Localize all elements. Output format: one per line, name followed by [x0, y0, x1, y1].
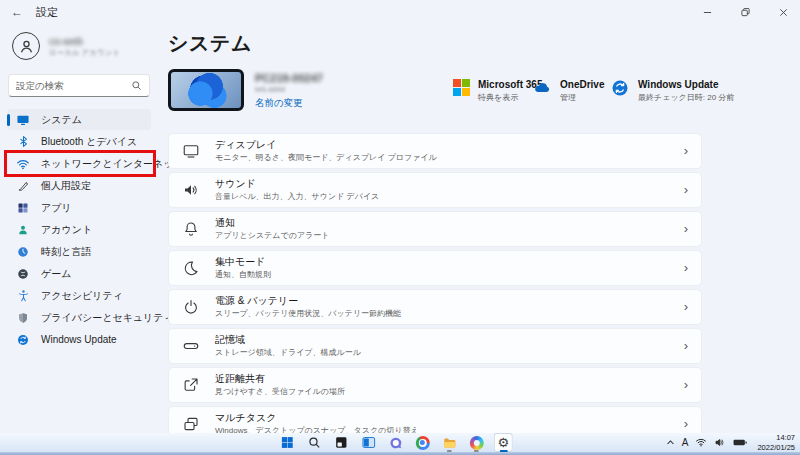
- task-view-button[interactable]: [359, 433, 378, 452]
- sidebar-item-label: ゲーム: [41, 267, 71, 281]
- settings-row-storage[interactable]: 記憶域 ストレージ領域、ドライブ、構成ルール ›: [168, 328, 702, 364]
- sidebar-item-label: プライバシーとセキュリティ: [41, 311, 174, 325]
- windows-update-card[interactable]: Windows Update 最終チェック日時: 20 分前: [611, 78, 734, 103]
- device-model: MS-6690: [255, 85, 323, 95]
- accessibility-icon: [16, 289, 30, 303]
- settings-search-box[interactable]: [8, 74, 150, 97]
- apps-icon: [16, 201, 30, 215]
- battery-icon[interactable]: [733, 438, 747, 447]
- sidebar-item-bluetooth-devices[interactable]: Bluetooth とデバイス: [7, 131, 151, 152]
- row-subtitle: 通知、自動規則: [215, 270, 669, 280]
- row-subtitle: 音量レベル、出力、入力、サウンド デバイス: [215, 192, 669, 202]
- chrome-button[interactable]: [413, 433, 432, 452]
- settings-row-focus[interactable]: 集中モード 通知、自動規則 ›: [168, 250, 702, 286]
- notifications-icon: [182, 220, 200, 238]
- row-subtitle: ストレージ領域、ドライブ、構成ルール: [215, 348, 669, 358]
- time-language-icon: [16, 245, 30, 259]
- sidebar-item-label: Bluetooth とデバイス: [41, 135, 137, 149]
- chevron-right-icon: ›: [684, 339, 688, 354]
- sidebar-item-label: Windows Update: [41, 334, 117, 345]
- window-controls: [700, 0, 790, 24]
- microsoft-icon: [453, 79, 470, 96]
- task-view-icon: [361, 436, 375, 449]
- system-icon: [16, 113, 30, 127]
- settings-row-sound[interactable]: サウンド 音量レベル、出力、入力、サウンド デバイス ›: [168, 172, 702, 208]
- chevron-right-icon: ›: [684, 378, 688, 393]
- quick-card-title: OneDrive: [560, 78, 604, 91]
- user-account-row[interactable]: co-web ローカル アカウント: [0, 24, 158, 66]
- quick-card-subtitle: 最終チェック日時: 20 分前: [638, 92, 734, 103]
- user-name: co-web: [49, 35, 120, 48]
- paint-app-icon: [469, 436, 483, 450]
- chevron-right-icon: ›: [684, 261, 688, 276]
- chevron-right-icon: ›: [684, 144, 688, 159]
- chat-button[interactable]: [386, 433, 405, 452]
- user-account-type: ローカル アカウント: [49, 48, 120, 57]
- sidebar-item-accessibility[interactable]: アクセシビリティ: [7, 285, 151, 306]
- settings-row-nearby-share[interactable]: 近距離共有 見つけやすさ、受信ファイルの場所 ›: [168, 367, 702, 403]
- settings-list: ディスプレイ モニター、明るさ、夜間モード、ディスプレイ プロファイル › サウ…: [168, 133, 702, 452]
- search-icon: [131, 80, 142, 91]
- row-subtitle: モニター、明るさ、夜間モード、ディスプレイ プロファイル: [215, 153, 669, 163]
- sidebar-item-label: システム: [41, 113, 82, 127]
- main-panel: システム PC219-00247 MS-6690 名前の変更 Microsoft…: [158, 24, 800, 433]
- volume-icon[interactable]: [714, 437, 726, 448]
- sidebar-item-privacy-security[interactable]: プライバシーとセキュリティ: [7, 307, 151, 328]
- row-title: 記憶域: [215, 334, 669, 347]
- multitask-icon: [182, 415, 200, 433]
- sidebar-item-accounts[interactable]: アカウント: [7, 219, 151, 240]
- row-title: 電源 & バッテリー: [215, 295, 669, 308]
- sidebar-item-windows-update[interactable]: Windows Update: [7, 329, 151, 350]
- back-button[interactable]: ←: [4, 0, 30, 24]
- row-subtitle: 見つけやすさ、受信ファイルの場所: [215, 387, 669, 397]
- window-title: 設定: [36, 5, 58, 20]
- windows-update-icon: [611, 79, 630, 98]
- sound-icon: [182, 181, 200, 199]
- minimize-button[interactable]: [700, 5, 714, 19]
- chevron-right-icon: ›: [684, 417, 688, 432]
- sidebar-item-gaming[interactable]: ゲーム: [7, 263, 151, 284]
- row-subtitle: スリープ、バッテリ使用状況、バッテリー節約機能: [215, 309, 669, 319]
- row-subtitle: アプリとシステムでのアラート: [215, 231, 669, 241]
- sidebar-item-label: アプリ: [41, 201, 72, 215]
- settings-row-notifications[interactable]: 通知 アプリとシステムでのアラート ›: [168, 211, 702, 247]
- sidebar-item-network-internet[interactable]: ネットワークとインターネット: [7, 153, 151, 174]
- tray-chevron-up-icon[interactable]: [666, 438, 675, 447]
- page-title: システム: [168, 30, 800, 57]
- sidebar: co-web ローカル アカウント システム Bluetooth とデバイス: [0, 24, 158, 433]
- microsoft-365-card[interactable]: Microsoft 365 特典を表示: [453, 78, 542, 103]
- chevron-right-icon: ›: [684, 222, 688, 237]
- ime-indicator[interactable]: A: [682, 437, 689, 448]
- search-icon: [308, 436, 321, 449]
- restore-button[interactable]: [738, 5, 752, 19]
- device-header: PC219-00247 MS-6690 名前の変更 Microsoft 365 …: [168, 69, 702, 121]
- search-input[interactable]: [16, 80, 131, 91]
- sidebar-item-personalization[interactable]: 個人用設定: [7, 175, 151, 196]
- sidebar-item-apps[interactable]: アプリ: [7, 197, 151, 218]
- wifi-icon[interactable]: [695, 437, 707, 448]
- sidebar-item-label: アカウント: [41, 223, 92, 237]
- chevron-right-icon: ›: [684, 183, 688, 198]
- settings-row-power-battery[interactable]: 電源 & バッテリー スリープ、バッテリ使用状況、バッテリー節約機能 ›: [168, 289, 702, 325]
- rename-device-link[interactable]: 名前の変更: [255, 97, 323, 109]
- onedrive-card[interactable]: OneDrive 管理: [533, 78, 604, 103]
- sidebar-item-system[interactable]: システム: [7, 109, 151, 130]
- device-thumbnail: [168, 69, 244, 111]
- accounts-icon: [16, 223, 30, 237]
- settings-app-button[interactable]: ⚙: [494, 433, 513, 452]
- system-tray: A 14:07 2022/01/25: [666, 433, 795, 452]
- paint-app-button[interactable]: [467, 433, 486, 452]
- dark-square-app-button[interactable]: [332, 433, 351, 452]
- close-button[interactable]: [776, 5, 790, 19]
- start-button[interactable]: [278, 433, 297, 452]
- avatar: [12, 32, 40, 60]
- chrome-icon: [415, 436, 429, 450]
- display-icon: [182, 142, 200, 160]
- taskbar-clock[interactable]: 14:07 2022/01/25: [757, 433, 795, 453]
- quick-card-title: Windows Update: [638, 78, 734, 91]
- taskbar-search-button[interactable]: [305, 433, 324, 452]
- file-explorer-button[interactable]: [440, 433, 459, 452]
- quick-card-subtitle: 管理: [560, 92, 604, 103]
- settings-row-display[interactable]: ディスプレイ モニター、明るさ、夜間モード、ディスプレイ プロファイル ›: [168, 133, 702, 169]
- sidebar-item-time-language[interactable]: 時刻と言語: [7, 241, 151, 262]
